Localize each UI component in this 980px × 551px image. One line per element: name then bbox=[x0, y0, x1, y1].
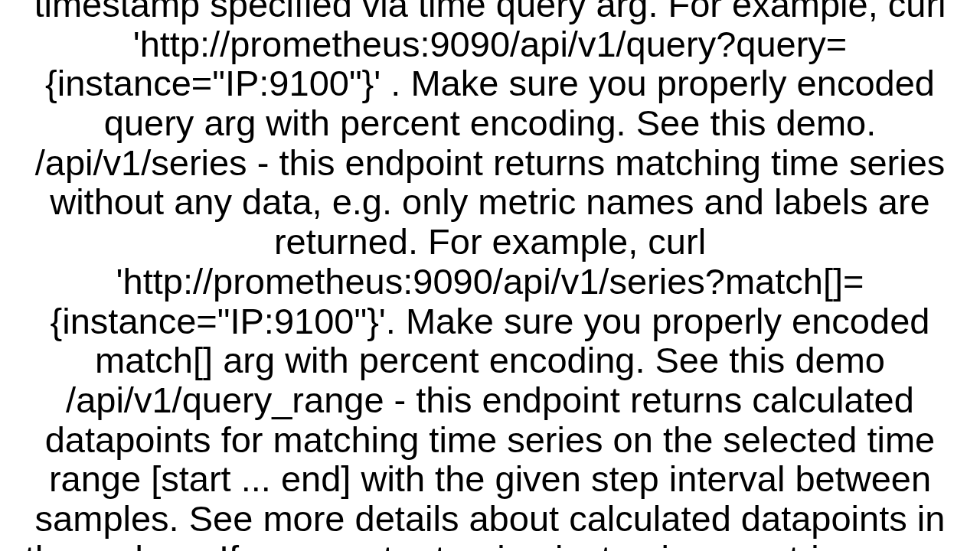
document-text: timestamp specified via time query arg. … bbox=[25, 0, 956, 551]
document-body: timestamp specified via time query arg. … bbox=[0, 0, 980, 551]
